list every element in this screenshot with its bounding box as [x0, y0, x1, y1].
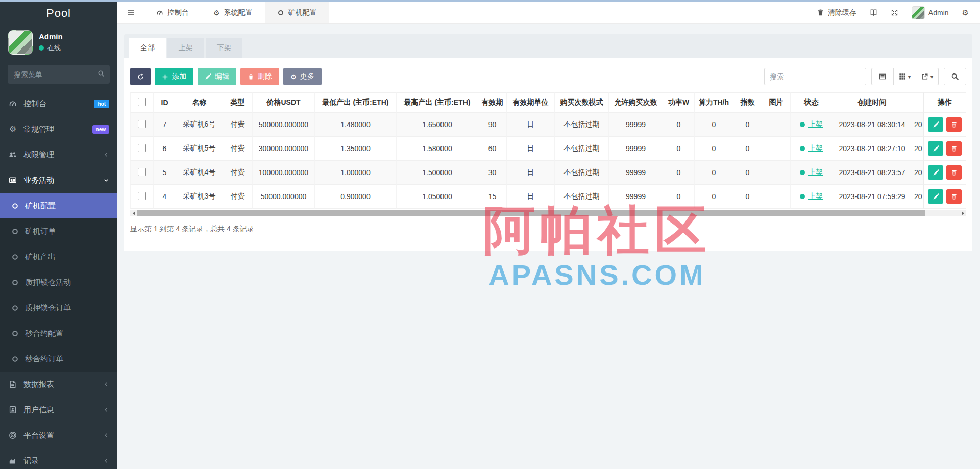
user-menu[interactable]: Admin: [912, 6, 949, 19]
paging-toggle-button[interactable]: [871, 68, 894, 85]
panel: 全部上架下架 添加 编辑 删除: [124, 34, 972, 251]
cell-price: 50000.000000: [253, 185, 315, 209]
ring-icon: [277, 9, 284, 16]
navbar-tabs: 控制台⚙系统配置矿机配置: [144, 2, 329, 23]
sidebar-item-pledge-activity[interactable]: 质押锁仓活动: [0, 269, 117, 295]
table-row: 6采矿机5号付费300000.0000001.3500001.58000060日…: [130, 137, 966, 161]
edit-button[interactable]: 编辑: [198, 68, 236, 85]
columns-dropdown-button[interactable]: ▾: [894, 68, 916, 85]
navbar-tab-miner-config[interactable]: 矿机配置: [265, 2, 329, 23]
cell-type: 付费: [223, 161, 253, 185]
bullseye-icon: [8, 431, 17, 439]
filter-tab-1[interactable]: 上架: [167, 38, 204, 58]
cell-allow: 99999: [609, 185, 663, 209]
row-delete-button[interactable]: [946, 141, 962, 156]
navbar-tab-system-config[interactable]: ⚙系统配置: [201, 2, 265, 23]
sidebar-item-dashboard[interactable]: 控制台hot: [0, 91, 117, 116]
status-dot: [800, 170, 805, 175]
trash-icon: [817, 9, 824, 16]
sidebar-item-miner-order[interactable]: 矿机订单: [0, 218, 117, 244]
cell-period: 15: [478, 185, 507, 209]
refresh-button[interactable]: [130, 68, 151, 85]
status-link[interactable]: 上架: [808, 144, 823, 153]
sidebar-item-platform[interactable]: 平台设置: [0, 423, 117, 448]
status-link[interactable]: 上架: [808, 168, 823, 177]
cell-allow: 99999: [609, 161, 663, 185]
row-edit-button[interactable]: [928, 117, 943, 132]
sidebar-item-pledge-order[interactable]: 质押锁仓订单: [0, 295, 117, 320]
settings-gears-icon[interactable]: ⚙: [962, 9, 969, 16]
scroll-left-arrow[interactable]: [130, 210, 137, 216]
chevron-left-icon: [103, 458, 109, 464]
select-all-checkbox[interactable]: [138, 98, 146, 106]
sidebar: Pool Admin 在线 控制台hot⚙常规管理new权限管理业务活动矿机配置…: [0, 2, 117, 469]
sidebar-item-miner-config[interactable]: 矿机配置: [0, 193, 117, 218]
sidebar-item-business[interactable]: 业务活动: [0, 167, 117, 193]
cell-ops: [923, 161, 966, 185]
filter-tab-2[interactable]: 下架: [206, 38, 242, 58]
status-dot: [800, 194, 805, 199]
row-edit-button[interactable]: [928, 189, 943, 204]
sidebar-item-contract-order[interactable]: 秒合约订单: [0, 346, 117, 372]
table-toolbar: 添加 编辑 删除 ⚙ 更多: [130, 68, 966, 85]
search-icon: [97, 70, 105, 77]
row-checkbox[interactable]: [138, 144, 146, 152]
book-icon[interactable]: [870, 9, 877, 16]
delete-button[interactable]: 删除: [240, 68, 279, 85]
clear-cache-button[interactable]: 清除缓存: [817, 8, 856, 17]
scrollbar-thumb[interactable]: [137, 210, 925, 216]
row-edit-button[interactable]: [928, 141, 943, 156]
cell-image: [762, 185, 791, 209]
table-search-input[interactable]: [764, 68, 866, 85]
row-checkbox[interactable]: [138, 120, 146, 128]
filter-tab-0[interactable]: 全部: [129, 38, 166, 58]
sidebar-item-miner-output[interactable]: 矿机产出: [0, 244, 117, 269]
scroll-right-arrow[interactable]: [959, 210, 966, 216]
horizontal-scrollbar[interactable]: [130, 210, 966, 216]
cell-image: [762, 113, 791, 137]
fullscreen-icon[interactable]: [891, 9, 898, 16]
cell-id: 7: [154, 113, 176, 137]
sidebar-item-auth[interactable]: 权限管理: [0, 142, 117, 167]
sidebar-item-userinfo[interactable]: 用户信息: [0, 397, 117, 423]
col-header-index: 指数: [733, 92, 762, 113]
sidebar-item-label: 矿机产出: [25, 252, 56, 262]
cell-id: 6: [154, 137, 176, 161]
cell-created: 2023-08-21 08:27:10: [832, 137, 912, 161]
row-delete-button[interactable]: [946, 165, 962, 180]
row-checkbox[interactable]: [138, 192, 146, 200]
cell-index: 0: [733, 137, 762, 161]
add-button[interactable]: 添加: [155, 68, 193, 85]
menu-search-input[interactable]: [8, 65, 110, 84]
col-header-period: 有效期: [478, 92, 507, 113]
more-button[interactable]: ⚙ 更多: [283, 68, 322, 85]
sidebar-item-report[interactable]: 数据报表: [0, 372, 117, 397]
export-dropdown-button[interactable]: ▾: [916, 68, 939, 85]
row-delete-button[interactable]: [946, 189, 962, 204]
cell-power: 0: [663, 185, 695, 209]
cell-ops: [923, 137, 966, 161]
row-edit-button[interactable]: [928, 165, 943, 180]
cell-period: 90: [478, 113, 507, 137]
sidebar-item-label: 质押锁仓订单: [25, 303, 71, 313]
col-header-allow: 允许购买次数: [609, 92, 663, 113]
row-checkbox[interactable]: [138, 168, 146, 176]
cell-buymode: 不包括过期: [555, 137, 609, 161]
row-delete-button[interactable]: [946, 117, 962, 132]
sidebar-item-record[interactable]: 记录: [0, 448, 117, 469]
user-status: 在线: [47, 43, 61, 53]
sidebar-toggle-button[interactable]: [117, 2, 144, 23]
status-badge: 上架: [800, 192, 823, 201]
table-row: 5采矿机4号付费100000.0000001.0000001.50000030日…: [130, 161, 966, 185]
sidebar-item-contract-config[interactable]: 秒合约配置: [0, 320, 117, 346]
cell-unit: 日: [507, 161, 555, 185]
cell-unit: 日: [507, 137, 555, 161]
users-icon: [8, 151, 17, 159]
refresh-icon: [137, 73, 144, 80]
cell-status: 上架: [791, 137, 832, 161]
status-link[interactable]: 上架: [808, 192, 823, 201]
sidebar-item-general[interactable]: ⚙常规管理new: [0, 116, 117, 142]
search-button[interactable]: [944, 68, 966, 85]
navbar-tab-dashboard[interactable]: 控制台: [144, 2, 201, 23]
status-link[interactable]: 上架: [808, 120, 823, 129]
